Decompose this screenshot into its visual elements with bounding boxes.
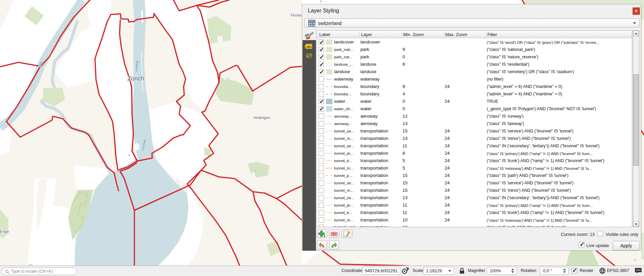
svg-text:Enge: Enge [0, 229, 9, 234]
svg-text:Limmat: Limmat [134, 60, 139, 72]
svg-text:Hottingen: Hottingen [254, 116, 270, 120]
svg-text:abc: abc [307, 45, 312, 49]
svg-text:Zürich: Zürich [127, 75, 144, 82]
